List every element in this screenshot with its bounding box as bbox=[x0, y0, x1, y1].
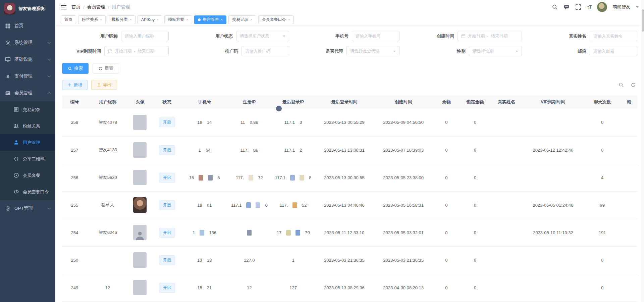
filter-select[interactable]: 请选择用户状态 bbox=[236, 31, 289, 41]
table-row[interactable]: 250开启1313127.012023-05-03 21:36:352023-0… bbox=[62, 246, 637, 274]
page-scrollbar[interactable] bbox=[641, 0, 644, 302]
chevron-down-icon bbox=[516, 51, 518, 53]
value-fragment: 117. bbox=[280, 203, 288, 208]
tab-close-icon[interactable]: × bbox=[186, 18, 188, 21]
sidebar-item-gpt[interactable]: GPT管理 bbox=[0, 200, 55, 217]
status-badge: 开启 bbox=[159, 173, 175, 183]
table-body: 258智友4078开启1814110.86117.132023-05-13 00… bbox=[62, 109, 637, 301]
breadcrumb-item[interactable]: 首页 bbox=[71, 4, 80, 10]
sidebar-item-label: 交易记录 bbox=[23, 107, 40, 113]
tab-close-icon[interactable]: × bbox=[250, 18, 252, 21]
breadcrumb-separator: / bbox=[108, 5, 109, 10]
filter-input[interactable] bbox=[590, 46, 637, 56]
cell-last-login-ip: 127 bbox=[272, 274, 315, 301]
user-menu-caret-icon[interactable] bbox=[636, 6, 639, 9]
sidebar-subitem-code[interactable]: 会员套餐口令 bbox=[0, 184, 55, 200]
tab-close-icon[interactable]: × bbox=[221, 18, 223, 21]
tab-模板分类[interactable]: 模板分类× bbox=[108, 15, 135, 24]
table-row[interactable]: 24912开启1521121272023-05-13 08:29:362023-… bbox=[62, 274, 637, 301]
cell-vip-expire bbox=[523, 246, 584, 274]
active-tab-dot bbox=[198, 18, 201, 21]
cell-last-login-time: 2023-05-03 21:36:35 bbox=[315, 246, 374, 274]
sidebar-item-label: 会员套餐 bbox=[23, 172, 40, 179]
filter-input[interactable] bbox=[121, 31, 169, 41]
table-row[interactable]: 255稻草人开启1801117.16117.522023-05-13 04:46… bbox=[62, 191, 637, 219]
filter-label: 创建时间 bbox=[437, 33, 454, 39]
message-icon[interactable] bbox=[564, 4, 570, 10]
reset-button[interactable]: 重置 bbox=[93, 63, 119, 74]
sidebar-subitem-record[interactable]: 交易记录 bbox=[0, 101, 55, 118]
sidebar-collapse-icon[interactable] bbox=[61, 5, 66, 9]
filter-label: 用户昵称 bbox=[100, 33, 118, 39]
sidebar-subitem-package[interactable]: 会员套餐 bbox=[0, 167, 55, 184]
censor-block bbox=[286, 230, 291, 236]
filter-input[interactable] bbox=[590, 31, 637, 41]
table-search-icon[interactable] bbox=[619, 82, 624, 88]
cell-last-login-time: 2023-05-13 13:08:31 bbox=[315, 136, 374, 164]
sidebar-subitem-user[interactable]: 用户管理 bbox=[0, 134, 55, 151]
sidebar-item-gear[interactable]: 系统管理 bbox=[0, 34, 55, 51]
sidebar-subitem-qrcode[interactable]: 分享二维码 bbox=[0, 151, 55, 167]
add-button[interactable]: 新增 bbox=[62, 80, 88, 90]
tab-close-icon[interactable]: × bbox=[288, 18, 290, 21]
tab-交易记录[interactable]: 交易记录× bbox=[228, 15, 256, 24]
sidebar-item-dashboard[interactable]: 首页 bbox=[0, 17, 55, 34]
fullscreen-icon[interactable] bbox=[575, 4, 581, 10]
search-icon[interactable] bbox=[552, 4, 558, 10]
tab-首页[interactable]: 首页 bbox=[61, 15, 76, 24]
table-row[interactable]: 256智友5620开启155117.72117.182023-05-13 00:… bbox=[62, 164, 637, 191]
column-header-创建时间: 创建时间 bbox=[374, 95, 433, 109]
cell-id: 258 bbox=[62, 109, 87, 136]
tab-粉丝关系[interactable]: 粉丝关系× bbox=[78, 15, 106, 24]
export-button[interactable]: 导出 bbox=[91, 80, 117, 90]
avatar bbox=[133, 280, 147, 295]
column-header-粉: 粉 bbox=[621, 95, 637, 109]
filter-input-field[interactable] bbox=[593, 34, 634, 39]
cell-last-login-time: 2023-05-13 08:29:36 bbox=[315, 274, 374, 301]
value-fragment: 136 bbox=[209, 230, 216, 235]
table-refresh-icon[interactable] bbox=[631, 82, 636, 88]
cell-nickname: 智友5620 bbox=[87, 164, 128, 191]
daterange-start-placeholder: 开始日期 bbox=[115, 48, 131, 54]
dashboard-icon bbox=[5, 23, 11, 29]
font-size-icon[interactable]: TT bbox=[587, 4, 591, 10]
sidebar-item-members[interactable]: 会员管理 bbox=[0, 85, 55, 101]
tab-APIKey[interactable]: APIKey× bbox=[138, 15, 162, 24]
page-scrollbar-thumb[interactable] bbox=[642, 9, 644, 32]
sidebar-subitem-fans[interactable]: 粉丝关系 bbox=[0, 118, 55, 134]
sidebar-item-yen[interactable]: ¥支付管理 bbox=[0, 68, 55, 85]
tab-label: 交易记录 bbox=[232, 17, 248, 22]
tab-会员套餐口令[interactable]: 会员套餐口令× bbox=[258, 15, 294, 24]
filter-input-field[interactable] bbox=[356, 34, 396, 39]
monitor-icon bbox=[5, 57, 11, 62]
tab-close-icon[interactable]: × bbox=[157, 18, 159, 21]
filter-input[interactable] bbox=[352, 31, 399, 41]
filter-daterange[interactable]: 开始日期-结束日期 bbox=[458, 31, 522, 41]
table-row[interactable]: 257智友4138开启164117.86117.122023-05-13 13:… bbox=[62, 136, 637, 164]
table-row[interactable]: 254智友6246开启113617792023-05-11 12:33:1020… bbox=[62, 219, 637, 246]
filter-select[interactable]: 请选择是否代理 bbox=[346, 46, 399, 56]
tab-模板方案[interactable]: 模板方案× bbox=[164, 15, 192, 24]
tab-close-icon[interactable]: × bbox=[100, 18, 102, 21]
value-fragment: 117.1 bbox=[275, 175, 286, 180]
filter-input[interactable] bbox=[241, 46, 289, 56]
cell-avatar bbox=[128, 109, 152, 136]
filter-select[interactable]: 请选择性别 bbox=[469, 46, 522, 56]
filter-input-field[interactable] bbox=[125, 34, 165, 39]
tab-close-icon[interactable]: × bbox=[129, 18, 131, 21]
filter-input-field[interactable] bbox=[245, 49, 285, 54]
sidebar-item-monitor[interactable]: 基础设施 bbox=[0, 51, 55, 68]
status-badge: 开启 bbox=[159, 117, 175, 127]
filter-用户昵称: 用户昵称 bbox=[62, 31, 169, 41]
filter-daterange[interactable]: 开始日期-结束日期 bbox=[104, 46, 169, 56]
column-header-VIP到期时间: VIP到期时间 bbox=[523, 95, 584, 109]
breadcrumb-item[interactable]: 会员管理 bbox=[87, 4, 105, 10]
user-avatar[interactable] bbox=[597, 2, 607, 12]
filter-input-field[interactable] bbox=[593, 49, 634, 54]
table-row[interactable]: 258智友4078开启1814110.86117.132023-05-13 00… bbox=[62, 109, 637, 136]
filter-是否代理: 是否代理请选择是否代理 bbox=[298, 46, 399, 56]
status-badge: 开启 bbox=[159, 200, 175, 210]
search-button[interactable]: 搜索 bbox=[62, 63, 89, 74]
tab-label: APIKey bbox=[141, 17, 155, 22]
tab-用户管理[interactable]: 用户管理× bbox=[194, 15, 226, 24]
